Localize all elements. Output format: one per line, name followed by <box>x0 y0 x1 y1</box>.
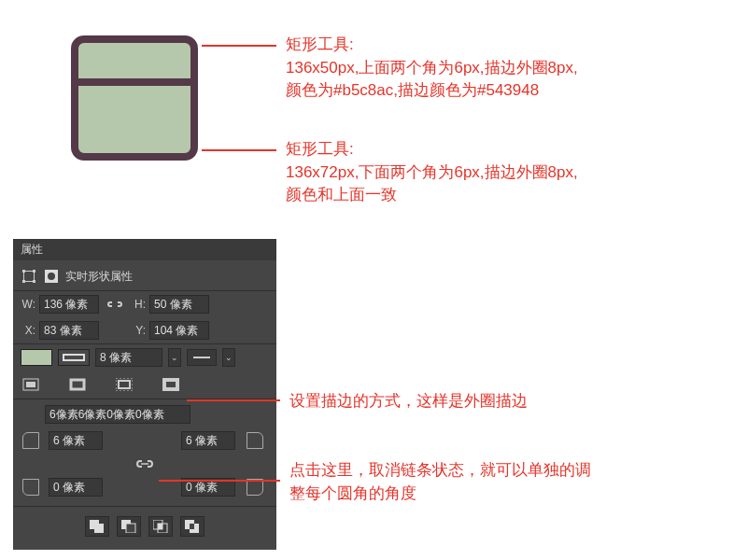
callout-desc: 136x50px,上面两个角为6px,描边外圈8px, <box>286 57 725 80</box>
svg-rect-13 <box>166 382 176 387</box>
position-row: X: Y: <box>13 317 276 343</box>
fill-stroke-row: ⌄ ⌄ <box>13 344 276 371</box>
h-label: H: <box>131 298 146 311</box>
stroke-swatch[interactable] <box>58 349 90 366</box>
svg-rect-3 <box>22 280 25 283</box>
svg-rect-17 <box>126 524 135 533</box>
corner-tl-input[interactable] <box>49 431 103 450</box>
width-input[interactable] <box>39 295 99 314</box>
corner-tl-icon[interactable] <box>22 432 39 449</box>
height-input[interactable] <box>149 295 209 314</box>
callout-desc: 颜色为#b5c8ac,描边颜色为#543948 <box>286 79 725 103</box>
stroke-align-outside[interactable] <box>161 376 181 393</box>
panel-subtitle: 实时形状属性 <box>65 269 133 285</box>
callout-text: 整每个圆角的角度 <box>289 483 728 506</box>
bounding-box-icon[interactable] <box>21 268 37 285</box>
panel-title: 属性 <box>13 239 276 260</box>
corner-summary-input[interactable] <box>45 405 190 424</box>
callout-top: 矩形工具: 136x50px,上面两个角为6px,描边外圈8px, 颜色为#b5… <box>286 34 725 103</box>
corner-bl-icon[interactable] <box>22 479 39 496</box>
svg-rect-2 <box>33 270 35 273</box>
callout-text: 设置描边的方式，这样是外圈描边 <box>289 392 528 410</box>
svg-rect-0 <box>24 272 35 282</box>
stroke-align-row <box>13 371 276 399</box>
x-input[interactable] <box>39 321 99 340</box>
callout-link-note: 点击这里，取消链条状态，就可以单独的调 整每个圆角的角度 <box>289 459 728 505</box>
svg-rect-10 <box>119 381 130 388</box>
callout-bottom: 矩形工具: 136x72px,下面两个角为6px,描边外圈8px, 颜色和上面一… <box>286 138 725 207</box>
corner-bl-input[interactable] <box>49 478 103 497</box>
w-label: W: <box>21 298 35 311</box>
lead-line <box>159 480 280 482</box>
shape-illustration <box>71 35 198 161</box>
y-input[interactable] <box>149 321 209 340</box>
svg-rect-8 <box>26 382 35 387</box>
svg-rect-23 <box>190 524 194 529</box>
mask-icon[interactable] <box>43 268 60 285</box>
svg-rect-4 <box>33 280 35 283</box>
callout-stroke-align: 设置描边的方式，这样是外圈描边 <box>289 390 528 413</box>
svg-point-6 <box>48 273 55 280</box>
stroke-style-chevron[interactable]: ⌄ <box>222 348 235 367</box>
stroke-width-input[interactable] <box>95 348 162 367</box>
link-wh-icon[interactable] <box>105 296 125 313</box>
corner-tr-input[interactable] <box>181 431 235 450</box>
size-row: W: H: <box>13 291 276 317</box>
callout-desc: 136x72px,下面两个角为6px,描边外圈8px, <box>286 161 725 185</box>
corner-bottom-row <box>13 474 276 500</box>
op-subtract[interactable] <box>117 516 141 537</box>
op-exclude[interactable] <box>180 516 204 537</box>
callout-title: 矩形工具: <box>286 138 725 161</box>
properties-panel: 属性 实时形状属性 W: H: X: Y: <box>13 239 276 550</box>
lead-line <box>202 149 276 151</box>
stroke-align-center2[interactable] <box>114 376 134 393</box>
link-corners-icon[interactable] <box>134 455 155 472</box>
op-unite[interactable] <box>85 516 109 537</box>
callout-text: 点击这里，取消链条状态，就可以单独的调 <box>289 459 728 483</box>
op-intersect[interactable] <box>148 516 173 537</box>
lead-line <box>202 45 276 47</box>
callout-desc: 颜色和上面一致 <box>286 184 725 207</box>
rect-bottom <box>71 82 198 161</box>
y-label: Y: <box>131 324 146 337</box>
svg-rect-15 <box>94 524 104 533</box>
svg-rect-9 <box>71 380 84 389</box>
svg-rect-1 <box>22 270 25 273</box>
svg-rect-20 <box>158 524 162 529</box>
corner-tr-icon[interactable] <box>247 432 263 449</box>
x-label: X: <box>21 324 35 337</box>
lead-line <box>187 399 280 401</box>
stroke-width-dropdown[interactable]: ⌄ <box>168 348 181 367</box>
fill-swatch[interactable] <box>21 349 52 366</box>
stroke-align-inside[interactable] <box>21 376 41 393</box>
stroke-style-dropdown[interactable] <box>187 349 217 366</box>
stroke-align-center[interactable] <box>67 376 88 393</box>
rect-top <box>71 35 198 82</box>
corner-top-row <box>13 427 276 454</box>
callout-title: 矩形工具: <box>286 34 725 57</box>
shape-ops-row <box>13 507 276 537</box>
